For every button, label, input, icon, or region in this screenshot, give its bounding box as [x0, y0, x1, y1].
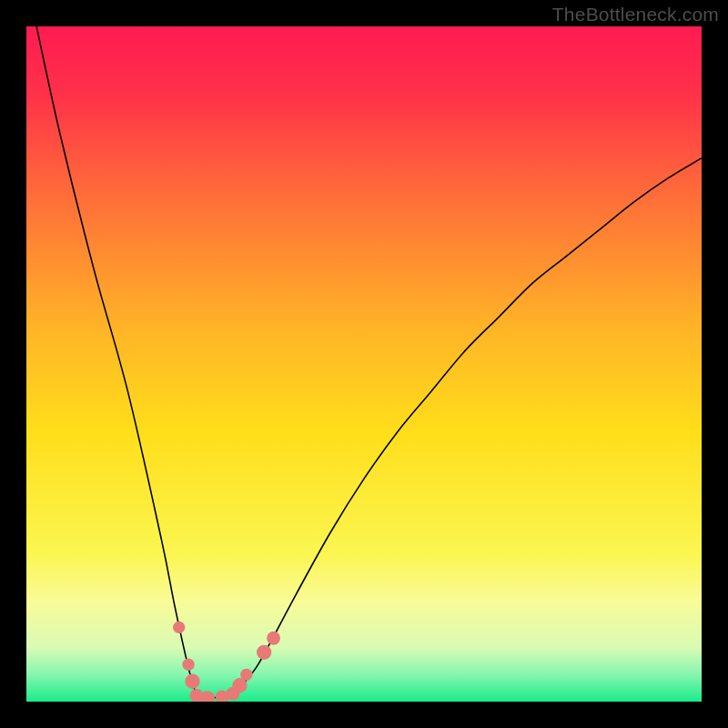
data-point-marker — [185, 674, 199, 689]
chart-svg — [26, 26, 702, 702]
watermark-text: TheBottleneck.com — [552, 4, 719, 25]
data-point-marker — [182, 659, 194, 671]
data-point-marker — [173, 622, 185, 633]
data-point-marker — [257, 645, 271, 660]
gradient-background — [26, 26, 702, 702]
chart-plot-area — [26, 26, 702, 702]
data-point-marker — [240, 669, 252, 681]
chart-frame: TheBottleneck.com — [0, 0, 728, 728]
data-point-marker — [267, 632, 280, 645]
